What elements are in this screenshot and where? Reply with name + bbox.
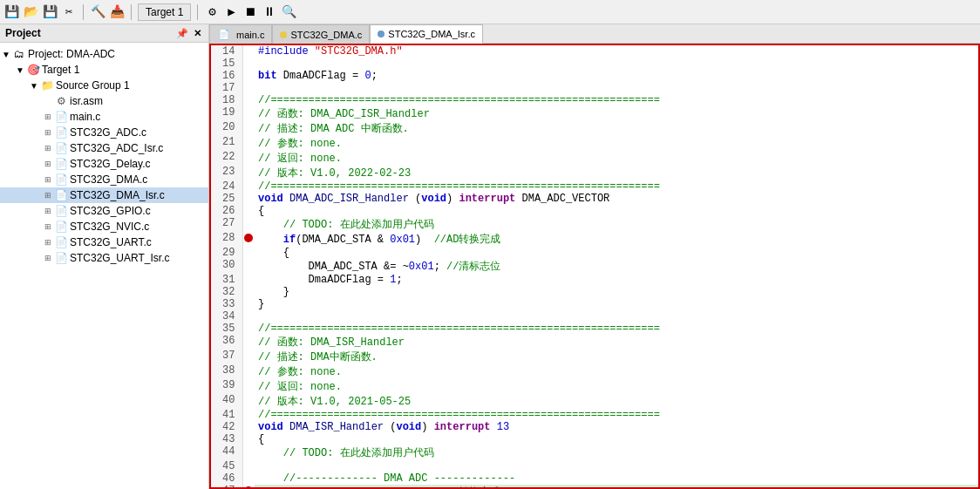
tog-delay[interactable]: ⊞ bbox=[42, 158, 54, 170]
line-30: 30 DMA_ADC_STA &= ~0x01; //清标志位 bbox=[211, 259, 978, 274]
linecode-24: //======================================… bbox=[255, 180, 978, 193]
tree-item-stc32g-uart-c[interactable]: ⊞ 📄 STC32G_UART.c bbox=[0, 234, 208, 250]
toolbar-icon-build[interactable]: 🔨 bbox=[90, 4, 105, 20]
tree-item-stc32g-nvic-c[interactable]: ⊞ 📄 STC32G_NVIC.c bbox=[0, 219, 208, 234]
tab-stc32g-dma-isr-c[interactable]: STC32G_DMA_Isr.c bbox=[370, 24, 483, 44]
linebp-41[interactable] bbox=[242, 409, 255, 421]
toolbar-icon-settings[interactable]: ⚙ bbox=[204, 4, 220, 20]
tree-item-main-c[interactable]: ⊞ 📄 main.c bbox=[0, 109, 208, 125]
linebp-30[interactable] bbox=[242, 259, 255, 274]
linebp-33[interactable] bbox=[242, 298, 255, 310]
linecode-45 bbox=[255, 460, 978, 472]
tog-main[interactable]: ⊞ bbox=[42, 111, 54, 123]
toolbar-icon-load[interactable]: 📥 bbox=[109, 4, 125, 20]
linebp-34[interactable] bbox=[242, 310, 255, 323]
line-32: 32 } bbox=[211, 286, 978, 298]
tog-gpio[interactable]: ⊞ bbox=[42, 205, 54, 217]
toolbar-icon-open[interactable]: 📂 bbox=[23, 4, 38, 20]
tree-item-stc32g-adc-isr-c[interactable]: ⊞ 📄 STC32G_ADC_Isr.c bbox=[0, 140, 208, 156]
tab-main-c[interactable]: 📄 main.c bbox=[209, 24, 272, 44]
linebp-45[interactable] bbox=[242, 460, 255, 472]
linecode-36: // 函数: DMA_ISR_Handler bbox=[255, 335, 978, 350]
toolbar-icon-debug[interactable]: 🔍 bbox=[281, 4, 296, 20]
close-icon[interactable]: ✕ bbox=[191, 27, 203, 39]
tab-stc32g-dma-c[interactable]: STC32G_DMA.c bbox=[272, 24, 370, 44]
tog-adc-isr[interactable]: ⊞ bbox=[42, 142, 54, 154]
toolbar: 💾 📂 💾 ✂ 🔨 📥 Target 1 ⚙ ▶ ⏹ ⏸ 🔍 bbox=[0, 0, 980, 24]
toolbar-icon-new[interactable]: 💾 bbox=[3, 4, 19, 20]
toolbar-icon-cut[interactable]: ✂ bbox=[61, 4, 77, 20]
project-tree: ▼ 🗂 Project: DMA-ADC ▼ 🎯 Target 1 ▼ 📁 So… bbox=[0, 43, 208, 489]
linebp-35[interactable] bbox=[242, 323, 255, 335]
linebp-22[interactable] bbox=[242, 151, 255, 166]
linebp-38[interactable] bbox=[242, 364, 255, 379]
tree-item-target1[interactable]: ▼ 🎯 Target 1 bbox=[0, 62, 208, 78]
linebp-14[interactable] bbox=[242, 45, 255, 58]
tog-dma[interactable]: ⊞ bbox=[42, 173, 54, 186]
toolbar-icon-run[interactable]: ▶ bbox=[223, 4, 239, 20]
linebp-25[interactable] bbox=[242, 193, 255, 205]
tog-uart-isr[interactable]: ⊞ bbox=[42, 252, 54, 264]
toolbar-target-title[interactable]: Target 1 bbox=[138, 3, 191, 21]
linecode-27: // TODO: 在此处添加用户代码 bbox=[255, 217, 978, 232]
linenum-24: 24 bbox=[211, 180, 242, 193]
tog-dma-isr[interactable]: ⊞ bbox=[42, 189, 54, 201]
linebp-40[interactable] bbox=[242, 394, 255, 409]
linenum-22: 22 bbox=[211, 151, 242, 166]
linebp-27[interactable] bbox=[242, 217, 255, 232]
tree-item-isr-asm[interactable]: ⚙ isr.asm bbox=[0, 93, 208, 109]
tree-item-stc32g-gpio-c[interactable]: ⊞ 📄 STC32G_GPIO.c bbox=[0, 203, 208, 219]
linebp-26[interactable] bbox=[242, 205, 255, 217]
tog-nvic[interactable]: ⊞ bbox=[42, 221, 54, 233]
pin-icon[interactable]: 📌 bbox=[176, 27, 188, 39]
linebp-23[interactable] bbox=[242, 166, 255, 180]
tree-item-project[interactable]: ▼ 🗂 Project: DMA-ADC bbox=[0, 46, 208, 62]
linebp-16[interactable] bbox=[242, 70, 255, 82]
tog-uart[interactable]: ⊞ bbox=[42, 236, 54, 248]
linebp-20[interactable] bbox=[242, 121, 255, 136]
linecode-38: // 参数: none. bbox=[255, 364, 978, 379]
linecode-39: // 返回: none. bbox=[255, 379, 978, 394]
linebp-19[interactable] bbox=[242, 106, 255, 121]
linebp-47[interactable] bbox=[242, 485, 255, 489]
linebp-37[interactable] bbox=[242, 350, 255, 364]
toolbar-icon-pause[interactable]: ⏸ bbox=[262, 4, 277, 20]
linebp-39[interactable] bbox=[242, 379, 255, 394]
tree-item-sourcegroup1[interactable]: ▼ 📁 Source Group 1 bbox=[0, 78, 208, 93]
linebp-32[interactable] bbox=[242, 286, 255, 298]
linebp-28[interactable] bbox=[242, 232, 255, 247]
linebp-44[interactable] bbox=[242, 445, 255, 460]
toolbar-icon-save[interactable]: 💾 bbox=[42, 4, 58, 20]
linebp-17[interactable] bbox=[242, 82, 255, 94]
sourcegroup-label: Source Group 1 bbox=[56, 79, 130, 92]
line-15: 15 bbox=[211, 58, 978, 70]
linebp-24[interactable] bbox=[242, 180, 255, 193]
linebp-46[interactable] bbox=[242, 472, 255, 485]
tab-dot-dma bbox=[280, 31, 287, 38]
tree-item-stc32g-delay-c[interactable]: ⊞ 📄 STC32G_Delay.c bbox=[0, 156, 208, 172]
tree-item-stc32g-dma-isr-c[interactable]: ⊞ 📄 STC32G_DMA_Isr.c bbox=[0, 187, 208, 203]
linecode-20: // 描述: DMA ADC 中断函数. bbox=[255, 121, 978, 136]
linebp-15[interactable] bbox=[242, 58, 255, 70]
file-icon-5: 📄 bbox=[54, 173, 68, 187]
tree-toggle-target1[interactable]: ▼ bbox=[14, 64, 26, 76]
target1-label: Target 1 bbox=[42, 64, 79, 76]
linecode-26: { bbox=[255, 205, 978, 217]
linecode-47: if(DMA_ADC_STA & 0x01) //AD转换完成 bbox=[255, 485, 978, 489]
tog-adc[interactable]: ⊞ bbox=[42, 126, 54, 139]
tree-toggle-project[interactable]: ▼ bbox=[0, 48, 12, 60]
linebp-42[interactable] bbox=[242, 421, 255, 433]
linebp-29[interactable] bbox=[242, 247, 255, 259]
linebp-21[interactable] bbox=[242, 136, 255, 151]
tree-item-stc32g-adc-c[interactable]: ⊞ 📄 STC32G_ADC.c bbox=[0, 125, 208, 140]
toolbar-icon-stop[interactable]: ⏹ bbox=[242, 4, 258, 20]
code-editor[interactable]: 14 #include "STC32G_DMA.h" 15 16 bit Dma… bbox=[209, 44, 980, 489]
tree-item-stc32g-uart-isr-c[interactable]: ⊞ 📄 STC32G_UART_Isr.c bbox=[0, 250, 208, 266]
linebp-31[interactable] bbox=[242, 274, 255, 286]
tree-item-stc32g-dma-c[interactable]: ⊞ 📄 STC32G_DMA.c bbox=[0, 172, 208, 187]
linebp-18[interactable] bbox=[242, 94, 255, 106]
tree-toggle-sourcegroup[interactable]: ▼ bbox=[28, 79, 40, 92]
uart-isr-c-label: STC32G_UART_Isr.c bbox=[70, 252, 169, 264]
linebp-43[interactable] bbox=[242, 433, 255, 445]
linebp-36[interactable] bbox=[242, 335, 255, 350]
